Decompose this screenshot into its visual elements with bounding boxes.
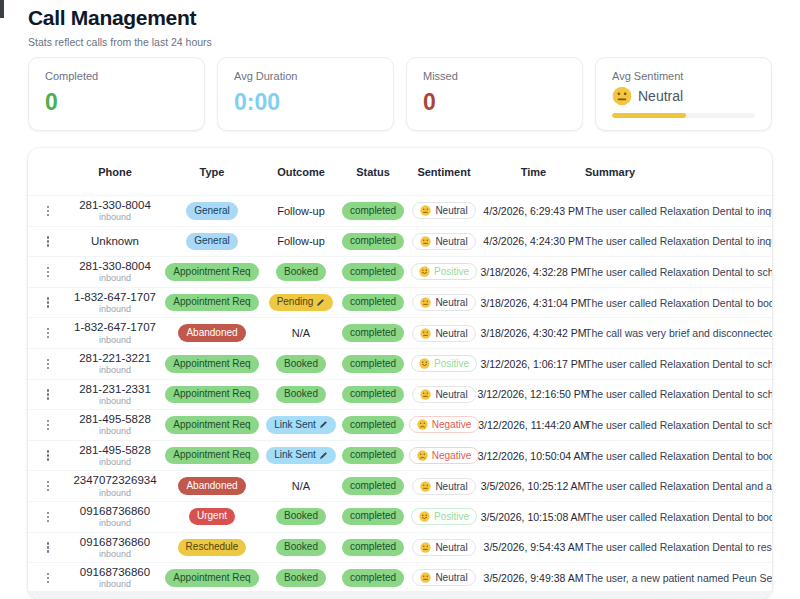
type-badge: Urgent xyxy=(189,508,235,526)
status-badge: completed xyxy=(342,447,404,465)
row-menu-button[interactable] xyxy=(40,356,56,372)
stat-card-missed: Missed 0 xyxy=(406,57,583,131)
sentiment-badge: Positive xyxy=(411,355,477,372)
phone-cell: 281-231-2331 inbound xyxy=(79,383,151,407)
call-summary: The user called Relaxation Dental to sch… xyxy=(585,266,772,278)
table-row[interactable]: 281-495-5828 inbound Appointment Req Lin… xyxy=(28,440,772,471)
table-row[interactable]: 1-832-647-1707 inbound Abandoned N/A com… xyxy=(28,317,772,348)
outcome-badge[interactable]: Booked xyxy=(276,508,326,526)
outcome-label: Follow-up xyxy=(277,235,325,247)
call-direction: inbound xyxy=(99,335,131,345)
table-row[interactable]: 09168736860 inbound Urgent Booked comple… xyxy=(28,501,772,532)
row-menu-button[interactable] xyxy=(40,478,56,494)
column-outcome: Outcome xyxy=(262,166,340,178)
row-menu-button[interactable] xyxy=(40,570,56,586)
call-direction: inbound xyxy=(99,488,131,498)
page-title: Call Management xyxy=(28,6,212,30)
outcome-badge[interactable]: Link Sent xyxy=(266,447,336,465)
sentiment-badge: Neutral xyxy=(412,294,475,311)
outcome-badge[interactable]: Booked xyxy=(276,569,326,587)
stat-label: Missed xyxy=(423,70,566,82)
sentiment-badge: Positive xyxy=(411,508,477,525)
row-menu-button[interactable] xyxy=(40,448,56,464)
call-summary: The user called Relaxation Dental to sch… xyxy=(585,388,772,400)
column-phone: Phone xyxy=(68,166,162,178)
call-time: 3/18/2026, 4:30:42 PM xyxy=(480,327,586,339)
table-row[interactable]: 281-221-3221 inbound Appointment Req Boo… xyxy=(28,348,772,379)
table-row[interactable]: Unknown General Follow-up completed xyxy=(28,226,772,257)
kebab-icon xyxy=(47,420,49,422)
status-badge: completed xyxy=(342,233,404,251)
call-time: 4/3/2026, 4:24:30 PM xyxy=(483,235,583,247)
status-badge: completed xyxy=(342,569,404,587)
phone-number: 09168736860 xyxy=(80,566,150,579)
stat-card-completed: Completed 0 xyxy=(28,57,205,131)
outcome-badge[interactable]: Booked xyxy=(276,263,326,281)
page-header: Call Management Stats reflect calls from… xyxy=(28,6,212,48)
phone-cell: 09168736860 inbound xyxy=(80,566,150,590)
phone-number: 281-231-2331 xyxy=(79,383,151,396)
edit-pencil-icon[interactable] xyxy=(316,298,325,307)
row-menu-button[interactable] xyxy=(40,233,56,249)
sentiment-label: Positive xyxy=(434,266,469,277)
call-time: 3/5/2026, 10:15:08 AM xyxy=(481,511,587,523)
sentiment-label: Positive xyxy=(434,511,469,522)
stat-label: Avg Sentiment xyxy=(612,70,755,82)
phone-number: 281-495-5828 xyxy=(79,413,151,426)
call-direction: inbound xyxy=(99,426,131,436)
call-time: 3/12/2026, 1:06:17 PM xyxy=(480,358,586,370)
table-row[interactable]: 281-231-2331 inbound Appointment Req Boo… xyxy=(28,379,772,410)
sentiment-label: Negative xyxy=(432,450,471,461)
row-menu-button[interactable] xyxy=(40,509,56,525)
call-time: 3/12/2026, 10:50:04 AM xyxy=(478,450,590,462)
status-badge: completed xyxy=(342,294,404,312)
outcome-badge[interactable]: Link Sent xyxy=(266,416,336,434)
table-row[interactable]: 281-495-5828 inbound Appointment Req Lin… xyxy=(28,409,772,440)
phone-cell: 09168736860 inbound xyxy=(80,536,150,560)
column-sentiment: Sentiment xyxy=(406,166,482,178)
outcome-badge[interactable]: Pending xyxy=(269,294,334,312)
row-menu-button[interactable] xyxy=(40,264,56,280)
stat-card-avg-duration: Avg Duration 0:00 xyxy=(217,57,394,131)
stat-value-avg-duration: 0:00 xyxy=(234,89,377,116)
type-badge: Appointment Req xyxy=(165,416,258,434)
call-summary: The user called Relaxation Dental to inq… xyxy=(585,235,772,247)
phone-number: 281-330-8004 xyxy=(79,199,151,212)
phone-cell: 281-330-8004 inbound xyxy=(79,199,151,223)
outcome-badge[interactable]: Booked xyxy=(276,355,326,373)
table-row[interactable]: 281-330-8004 inbound General Follow-up c… xyxy=(28,195,772,226)
table-row[interactable]: 1-832-647-1707 inbound Appointment Req P… xyxy=(28,287,772,318)
row-menu-button[interactable] xyxy=(40,325,56,341)
edit-pencil-icon[interactable] xyxy=(319,420,328,429)
table-row[interactable]: 09168736860 inbound Reschedule Booked co… xyxy=(28,532,772,563)
call-summary: The user, a new patient named Peun Seev.… xyxy=(585,572,772,584)
type-badge: General xyxy=(186,202,238,220)
table-row[interactable]: 2347072326934 inbound Abandoned N/A comp… xyxy=(28,470,772,501)
row-menu-button[interactable] xyxy=(40,539,56,555)
sentiment-face-icon xyxy=(420,236,431,247)
column-time: Time xyxy=(482,166,585,178)
type-badge: Appointment Req xyxy=(165,447,258,465)
status-badge: completed xyxy=(342,324,404,342)
row-menu-button[interactable] xyxy=(40,203,56,219)
phone-number: 09168736860 xyxy=(80,536,150,549)
sentiment-label: Positive xyxy=(434,358,469,369)
row-menu-button[interactable] xyxy=(40,386,56,402)
table-row[interactable]: 09168736860 inbound Appointment Req Book… xyxy=(28,562,772,593)
outcome-badge[interactable]: Booked xyxy=(276,386,326,404)
type-badge: General xyxy=(186,233,238,251)
row-menu-button[interactable] xyxy=(40,295,56,311)
sentiment-face-icon xyxy=(417,419,428,430)
phone-number: 281-330-8004 xyxy=(79,260,151,273)
kebab-icon xyxy=(47,389,49,391)
table-row[interactable]: 281-330-8004 inbound Appointment Req Boo… xyxy=(28,256,772,287)
outcome-label: Booked xyxy=(284,510,318,523)
row-menu-button[interactable] xyxy=(40,417,56,433)
sentiment-label: Neutral xyxy=(435,389,467,400)
sentiment-face-icon xyxy=(420,389,431,400)
call-time: 3/5/2026, 10:25:12 AM xyxy=(481,480,587,492)
outcome-badge[interactable]: Booked xyxy=(276,539,326,557)
status-badge: completed xyxy=(342,416,404,434)
stat-card-avg-sentiment: Avg Sentiment Neutral xyxy=(595,57,772,131)
edit-pencil-icon[interactable] xyxy=(319,451,328,460)
